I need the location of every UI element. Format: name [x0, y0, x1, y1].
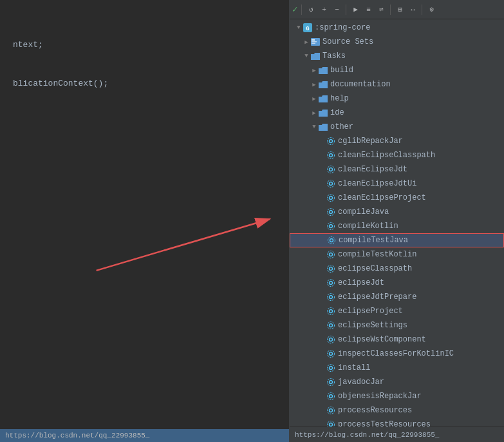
- eclipseJdt-icon: [326, 278, 336, 288]
- svg-point-37: [328, 336, 335, 343]
- svg-point-28: [330, 282, 333, 285]
- svg-point-17: [328, 195, 335, 202]
- remove-icon[interactable]: −: [331, 5, 342, 15]
- eclipseJdtPrepare-label: eclipseJdtPrepare: [338, 293, 416, 302]
- task-tree[interactable]: G :spring-core Source Sets: [290, 19, 504, 427]
- objenesisRepackJar-label: objenesisRepackJar: [338, 392, 422, 401]
- svg-point-24: [330, 253, 333, 256]
- svg-point-48: [330, 423, 333, 427]
- tree-item-eclipseProject[interactable]: eclipseProject: [290, 304, 504, 318]
- compileJava-label: compileJava: [338, 207, 389, 216]
- toolbar-separator-3: [390, 5, 391, 15]
- run-icon[interactable]: ▶: [350, 5, 360, 15]
- tree-item-compileTestKotlin[interactable]: compileTestKotlin: [290, 247, 504, 262]
- settings-icon[interactable]: ⚙: [426, 5, 436, 15]
- gradle-icon: G: [303, 23, 313, 33]
- svg-point-46: [330, 409, 333, 412]
- tree-item-documentation[interactable]: documentation: [290, 77, 504, 91]
- tree-arrow-compileKotlin: [318, 222, 326, 230]
- tree-item-compileJava[interactable]: compileJava: [290, 205, 504, 219]
- tree-item-processTestResources[interactable]: processTestResources: [290, 418, 504, 427]
- tree-item-cleanEclipseProject[interactable]: cleanEclipseProject: [290, 191, 504, 205]
- tree-item-eclipseClasspath[interactable]: eclipseClasspath: [290, 262, 504, 276]
- svg-point-8: [330, 140, 333, 143]
- tree-item-spring-core[interactable]: G :spring-core: [290, 21, 504, 35]
- sync-icon[interactable]: ⇌: [376, 5, 386, 15]
- tree-arrow-eclipseSettings: [318, 322, 326, 329]
- tree-item-eclipseJdt[interactable]: eclipseJdt: [290, 276, 504, 290]
- tree-item-cleanEclipseClasspath[interactable]: cleanEclipseClasspath: [290, 148, 504, 162]
- tree-item-cglib[interactable]: cglibRepackJar: [290, 134, 504, 148]
- svg-point-42: [330, 381, 333, 384]
- tree-item-source-sets[interactable]: Source Sets: [290, 35, 504, 49]
- eclipseClasspath-label: eclipseClasspath: [338, 264, 412, 273]
- objenesisRepackJar-icon: [326, 391, 336, 401]
- check-icon: ✓: [292, 4, 297, 15]
- refresh-icon[interactable]: ↺: [306, 5, 316, 15]
- add-icon[interactable]: +: [319, 5, 329, 15]
- svg-point-35: [328, 322, 335, 329]
- task-items-container: cglibRepackJar cleanEclipseClasspath cle…: [290, 134, 504, 427]
- ide-label: ide: [330, 108, 344, 117]
- tree-item-javadocJar[interactable]: javadocJar: [290, 375, 504, 389]
- tree-item-install[interactable]: install: [290, 361, 504, 375]
- tree-arrow-source-sets: [303, 38, 310, 46]
- svg-point-20: [330, 225, 333, 228]
- tree-item-objenesisRepackJar[interactable]: objenesisRepackJar: [290, 389, 504, 403]
- tree-item-ide[interactable]: ide: [290, 106, 504, 120]
- code-line-1: ntext;: [13, 39, 283, 52]
- cglib-label: cglibRepackJar: [338, 137, 403, 146]
- tree-arrow-eclipseJdtPrepare: [318, 293, 326, 301]
- tree-item-cleanEclipseJdtUi[interactable]: cleanEclipseJdtUi: [290, 177, 504, 191]
- svg-rect-6: [312, 41, 317, 43]
- tree-item-eclipseWstComponent[interactable]: eclipseWstComponent: [290, 332, 504, 347]
- ide-folder-icon: [318, 108, 328, 118]
- expand-icon[interactable]: ↔: [407, 5, 418, 15]
- tree-arrow-cleanEclipseJdtUi: [318, 180, 326, 187]
- tree-arrow-processResources: [318, 407, 326, 414]
- documentation-label: documentation: [330, 80, 391, 89]
- cglib-icon: [326, 136, 336, 146]
- cleanEclipseJdt-icon: [326, 164, 336, 175]
- processResources-icon: [326, 405, 336, 416]
- svg-point-16: [330, 197, 333, 200]
- tree-item-processResources[interactable]: processResources: [290, 403, 504, 418]
- tree-item-eclipseJdtPrepare[interactable]: eclipseJdtPrepare: [290, 290, 504, 304]
- eclipseSettings-label: eclipseSettings: [338, 321, 407, 330]
- list-icon[interactable]: ≡: [363, 5, 373, 15]
- tree-item-help[interactable]: help: [290, 91, 504, 106]
- eclipseWstComponent-icon: [326, 334, 336, 345]
- eclipseClasspath-icon: [326, 264, 336, 274]
- tree-item-cleanEclipseJdt[interactable]: cleanEclipseJdt: [290, 162, 504, 177]
- eclipseWstComponent-label: eclipseWstComponent: [338, 335, 426, 344]
- svg-point-32: [330, 310, 333, 313]
- compileTestJava-label: compileTestJava: [339, 236, 408, 245]
- svg-point-14: [330, 182, 333, 186]
- other-label: other: [330, 122, 353, 131]
- svg-point-25: [328, 251, 335, 258]
- svg-point-9: [328, 138, 335, 145]
- tree-item-tasks[interactable]: Tasks: [290, 49, 504, 63]
- tree-item-inspectClasses[interactable]: inspectClassesForKotlinIC: [290, 347, 504, 361]
- svg-text:G: G: [306, 26, 309, 32]
- svg-point-30: [330, 296, 333, 299]
- tree-item-compileTestJava[interactable]: compileTestJava: [290, 233, 504, 247]
- source-sets-label: Source Sets: [322, 37, 373, 46]
- tree-item-build[interactable]: build: [290, 63, 504, 77]
- tree-arrow-cleanEclipseProject: [318, 194, 326, 202]
- tree-arrow-inspectClasses: [318, 350, 326, 358]
- tree-item-compileKotlin[interactable]: compileKotlin: [290, 219, 504, 233]
- tree-item-eclipseSettings[interactable]: eclipseSettings: [290, 318, 504, 332]
- tree-arrow-eclipseClasspath: [318, 265, 326, 273]
- tree-item-other[interactable]: other: [290, 120, 504, 134]
- svg-point-33: [328, 308, 335, 315]
- grid-icon[interactable]: ⊞: [395, 5, 405, 15]
- svg-line-1: [97, 219, 270, 271]
- cleanEclipseProject-icon: [326, 193, 336, 203]
- spring-core-label: :spring-core: [315, 23, 370, 32]
- tree-arrow-processTestResources: [318, 421, 326, 427]
- compileJava-icon: [326, 207, 336, 217]
- tree-arrow-tasks: [303, 52, 310, 60]
- javadocJar-label: javadocJar: [338, 378, 384, 387]
- svg-point-45: [328, 393, 335, 400]
